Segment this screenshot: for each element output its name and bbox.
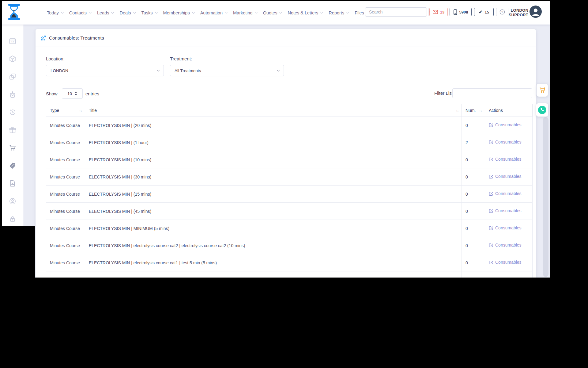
floating-cart-button[interactable]: [537, 84, 548, 97]
consumables-link[interactable]: Consumables: [489, 157, 522, 162]
title-cell: ELECTROLYSIS MIN | (30 mins): [85, 168, 462, 186]
table-row: Minutes Course ELECTROLYSIS MIN | (20 mi…: [46, 117, 533, 134]
chevron-down-icon: [279, 11, 282, 14]
chevron-down-icon: [192, 11, 195, 14]
calendar-icon[interactable]: 12: [9, 37, 16, 45]
page-title: Consumables: Treatments: [49, 29, 104, 47]
table-row: Minutes Course ELECTROLYSIS MIN | MINIMU…: [46, 220, 533, 237]
floating-whatsapp-button[interactable]: [536, 103, 548, 117]
consumables-link[interactable]: Consumables: [489, 208, 522, 213]
nav-item-notes-letters[interactable]: Notes & Letters: [288, 10, 323, 15]
consumables-link[interactable]: Consumables: [489, 140, 522, 144]
title-cell: ELECTROLYSIS MIN | (45 mins): [85, 203, 462, 220]
nav-item-automation[interactable]: Automation: [200, 10, 227, 15]
chevron-down-icon: [225, 11, 228, 14]
actions-cell: Consumables: [485, 168, 533, 186]
nav-item-contacts[interactable]: Contacts: [69, 10, 91, 15]
nav-item-marketing[interactable]: Marketing: [233, 10, 257, 15]
copy-icon[interactable]: [9, 73, 16, 80]
actions-cell: Consumables: [485, 134, 533, 151]
nav-item-deals[interactable]: Deals: [119, 10, 135, 15]
gift-icon[interactable]: [9, 126, 16, 134]
nav-item-tasks[interactable]: Tasks: [141, 10, 157, 15]
type-cell: Minutes Course: [46, 134, 85, 151]
location-label: Location:: [46, 56, 65, 61]
phone-count: 5908: [459, 10, 468, 14]
page-scrollbar[interactable]: [543, 117, 548, 277]
table-row: [46, 271, 533, 278]
edit-icon: [489, 209, 493, 213]
user-role: SUPPORT: [506, 13, 528, 17]
search-box: [365, 7, 427, 17]
consumables-link[interactable]: Consumables: [489, 191, 522, 196]
consumables-link[interactable]: Consumables: [489, 260, 522, 265]
chevron-down-icon: [277, 68, 280, 71]
treatment-select[interactable]: All Treatments: [170, 65, 284, 76]
whatsapp-icon: [538, 106, 546, 114]
report-icon[interactable]: [9, 180, 16, 187]
cube-icon[interactable]: [9, 55, 16, 63]
treatment-select-value: All Treatments: [175, 68, 201, 73]
search-input[interactable]: [365, 8, 428, 16]
tasks-done-badge[interactable]: ✔ 15: [474, 8, 494, 16]
column-header-type[interactable]: Type ↑↓: [46, 104, 85, 117]
type-cell: Minutes Course: [46, 220, 85, 237]
mail-notifications-badge[interactable]: 13: [429, 8, 448, 16]
sort-icon: ↑↓: [479, 109, 482, 112]
chart-icon: [41, 36, 46, 41]
table-row: Minutes Course ELECTROLYSIS MIN | (30 mi…: [46, 168, 533, 186]
num-cell: 2: [462, 134, 485, 151]
num-cell: 0: [462, 151, 485, 168]
show-label: Show: [46, 91, 58, 96]
chevron-down-icon: [157, 68, 160, 71]
nav-item-leads[interactable]: Leads: [97, 10, 114, 15]
actions-cell: Consumables: [485, 186, 533, 203]
column-header-num[interactable]: Num. ↑↓: [462, 104, 485, 117]
shopping-bag-icon[interactable]: [9, 91, 16, 98]
top-navigation-bar: Today Contacts Leads Deals Tasks Members…: [2, 1, 550, 25]
nav-item-reports[interactable]: Reports: [329, 10, 349, 15]
person-icon: [530, 6, 542, 18]
title-cell: ELECTROLYSIS MIN | (15 mins): [85, 186, 462, 203]
mobile-phone-icon: [453, 9, 457, 15]
nav-item-memberships[interactable]: Memberships: [163, 10, 194, 15]
actions-cell: [485, 271, 533, 278]
type-cell: Minutes Course: [46, 117, 85, 134]
chevron-down-icon: [254, 11, 258, 14]
consumables-link[interactable]: Consumables: [489, 225, 522, 230]
num-cell: [462, 271, 485, 278]
type-cell: Minutes Course: [46, 151, 85, 168]
filter-list-input[interactable]: [452, 88, 532, 98]
hourglass-logo-icon[interactable]: [7, 4, 21, 21]
lock-icon[interactable]: [9, 215, 16, 223]
tag-icon[interactable]: [9, 162, 16, 169]
title-cell: ELECTROLYSIS MIN | (20 mins): [85, 117, 462, 134]
checkmark-icon: ✔: [479, 9, 483, 15]
nav-item-files[interactable]: Files: [355, 10, 364, 15]
user-avatar[interactable]: [530, 6, 542, 18]
treatment-label: Treatment:: [170, 56, 192, 61]
num-cell: 0: [462, 203, 485, 220]
title-cell: ELECTROLYSIS MIN | electrolysis course c…: [85, 237, 462, 254]
consumables-link[interactable]: Consumables: [489, 243, 522, 247]
chevron-down-icon: [320, 11, 323, 14]
sort-icon: ↑↓: [79, 109, 82, 112]
phone-badge[interactable]: 5908: [450, 8, 472, 16]
cart-orange-icon: [539, 87, 546, 94]
column-header-title[interactable]: Title ↑↓: [85, 104, 462, 117]
page-size-select[interactable]: 10: [62, 88, 83, 99]
actions-cell: Consumables: [485, 203, 533, 220]
consumables-link[interactable]: Consumables: [489, 122, 522, 127]
location-select[interactable]: LONDON: [46, 65, 164, 76]
consumables-link[interactable]: Consumables: [489, 174, 522, 179]
nav-item-today[interactable]: Today: [47, 10, 63, 15]
actions-cell: Consumables: [485, 151, 533, 168]
cart-icon[interactable]: [9, 144, 16, 151]
user-circle-icon[interactable]: [9, 197, 16, 205]
history-icon[interactable]: [9, 109, 16, 116]
table-row: Minutes Course ELECTROLYSIS MIN | (1 hou…: [46, 134, 533, 151]
table-row: Minutes Course ELECTROLYSIS MIN | electr…: [46, 254, 533, 271]
nav-item-quotes[interactable]: Quotes: [263, 10, 282, 15]
user-location: LONDON: [506, 8, 528, 13]
edit-icon: [489, 157, 493, 162]
